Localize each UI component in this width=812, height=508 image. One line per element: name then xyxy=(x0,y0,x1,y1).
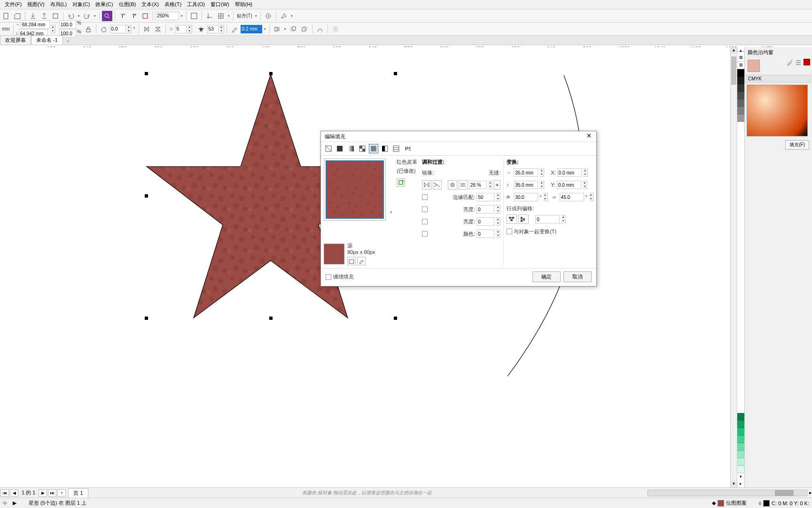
wrap-dropdown[interactable]: ▾ xyxy=(283,24,287,34)
tab-document[interactable]: 未命名 -1 xyxy=(31,35,63,45)
menu-layout[interactable]: 布局(L) xyxy=(47,0,70,9)
mirror-h-toggle[interactable] xyxy=(422,180,431,190)
transform-with-object-check[interactable] xyxy=(507,229,512,234)
offset-spinners[interactable]: ▲▼ xyxy=(561,215,566,223)
texture-dropdown-icon[interactable]: ▾ xyxy=(390,210,392,214)
sharpness-spinners[interactable]: ▲▼ xyxy=(219,25,224,33)
tile-height-field[interactable] xyxy=(514,181,538,189)
last-page-icon[interactable]: ⏭ xyxy=(48,489,56,497)
palette-swatch[interactable] xyxy=(737,421,745,428)
uniform-fill-tab[interactable] xyxy=(335,144,344,153)
palette-swatch[interactable] xyxy=(737,92,745,99)
rotate-icon[interactable] xyxy=(99,24,109,34)
first-page-icon[interactable]: ⏮ xyxy=(0,489,9,497)
new-tab-button[interactable]: + xyxy=(63,37,73,45)
wrap-text-icon[interactable] xyxy=(272,24,282,34)
luminance-spinners[interactable]: ▲▼ xyxy=(496,217,500,226)
texture-fill-tab[interactable] xyxy=(391,144,401,153)
tile-skew-field[interactable] xyxy=(560,193,584,201)
redo-history-dropdown[interactable]: ▾ xyxy=(93,11,97,21)
palette-swatch[interactable] xyxy=(737,458,745,466)
open-doc-icon[interactable] xyxy=(12,11,23,21)
zoom-dropdown[interactable]: ▾ xyxy=(180,11,184,21)
search-icon[interactable] xyxy=(102,11,112,21)
export-icon[interactable] xyxy=(39,11,49,21)
outline-pen-icon[interactable] xyxy=(229,24,240,34)
to-back-icon[interactable] xyxy=(299,24,310,34)
menu-text[interactable]: 文本(X) xyxy=(139,0,162,9)
winding-fill-check[interactable] xyxy=(326,274,331,280)
snap-dropdown[interactable]: ▾ xyxy=(254,11,258,21)
blend-pct-field[interactable] xyxy=(469,181,487,189)
texture-preview[interactable] xyxy=(326,160,384,219)
cancel-button[interactable]: 取消 xyxy=(563,271,592,282)
fill-button[interactable]: 填充(F) xyxy=(785,140,809,150)
publish-pdf-icon[interactable] xyxy=(50,11,61,21)
brightness-field[interactable] xyxy=(476,205,494,214)
offx-spinners[interactable]: ▲▼ xyxy=(583,168,588,177)
convert-curves-icon[interactable] xyxy=(315,24,325,34)
menu-view[interactable]: 视图(V) xyxy=(24,0,47,9)
to-front-icon[interactable] xyxy=(288,24,298,34)
handle-bl[interactable] xyxy=(145,317,148,320)
text-down-icon[interactable]: T xyxy=(129,11,139,21)
mirror-h-icon[interactable] xyxy=(141,24,152,34)
no-fill-tab[interactable] xyxy=(324,144,333,153)
outline-width-dropdown[interactable]: ▾ xyxy=(263,24,267,34)
guides-icon[interactable] xyxy=(204,11,215,21)
palette-swatch[interactable] xyxy=(737,77,745,84)
edge-match-field[interactable] xyxy=(476,193,494,201)
menu-tools[interactable]: 工具(O) xyxy=(184,0,208,9)
palette-swatch[interactable] xyxy=(737,428,745,436)
star-sharpness-field[interactable] xyxy=(207,25,219,33)
palette-swatch[interactable] xyxy=(737,107,745,114)
mirror-v-icon[interactable] xyxy=(153,24,163,34)
menu-help[interactable]: 帮助(H) xyxy=(232,0,255,9)
scroll-thumb[interactable] xyxy=(731,56,736,85)
color-model-select[interactable]: CMYK xyxy=(746,75,811,83)
handle-tc[interactable] xyxy=(269,72,273,75)
new-doc-icon[interactable] xyxy=(1,11,11,21)
tilew-spinners[interactable]: ▲▼ xyxy=(539,168,544,177)
current-outline-swatch[interactable] xyxy=(763,500,770,507)
add-page-icon[interactable]: + xyxy=(57,489,66,497)
vector-pattern-tab[interactable] xyxy=(358,144,367,153)
handle-br[interactable] xyxy=(394,317,397,320)
edge-spinners[interactable]: ▲▼ xyxy=(496,193,500,201)
full-screen-icon[interactable] xyxy=(189,11,199,21)
menu-window[interactable]: 窗口(W) xyxy=(208,0,232,9)
palette-right-scroll[interactable]: ▸ xyxy=(809,490,812,496)
fill-indicator-icon[interactable]: ◆ xyxy=(712,500,716,506)
sliders-icon[interactable] xyxy=(795,59,802,65)
color-check[interactable] xyxy=(422,231,428,237)
brightness-check[interactable] xyxy=(422,206,428,212)
palette-swatch[interactable] xyxy=(737,413,745,421)
col-offset-icon[interactable] xyxy=(518,214,529,224)
offset-y-field[interactable] xyxy=(557,181,581,189)
palette-swatch[interactable] xyxy=(737,114,745,122)
luminance-field[interactable] xyxy=(476,217,494,226)
brightness-spinners[interactable]: ▲▼ xyxy=(496,205,500,214)
menu-effect[interactable]: 效果(C) xyxy=(93,0,116,9)
handle-tl[interactable] xyxy=(145,72,148,75)
offset-x-field[interactable] xyxy=(557,168,582,177)
load-source-icon[interactable] xyxy=(347,257,356,265)
close-icon[interactable]: ✕ xyxy=(585,133,593,140)
tile-width-field[interactable] xyxy=(514,168,538,177)
pdf-icon[interactable] xyxy=(140,11,150,21)
edit-source-icon[interactable] xyxy=(357,257,366,265)
ok-button[interactable]: 确定 xyxy=(532,271,561,282)
zoom-level-field[interactable] xyxy=(156,12,179,20)
size-spinners[interactable]: ▲▼ xyxy=(51,25,55,33)
palette-swatch[interactable] xyxy=(737,451,745,458)
secondary-color-swatch[interactable] xyxy=(804,59,810,65)
palette-swatch[interactable] xyxy=(737,443,745,451)
menu-file[interactable]: 文件(F) xyxy=(2,0,24,9)
quick-customize-icon[interactable] xyxy=(330,24,341,34)
palette-swatch[interactable] xyxy=(737,69,745,77)
mirror-v-toggle[interactable] xyxy=(433,180,442,190)
radial-blend-icon[interactable] xyxy=(448,180,457,190)
snap-to-label[interactable]: 贴齐(T) xyxy=(237,13,252,19)
rot-spinners[interactable]: ▲▼ xyxy=(543,193,548,201)
tileh-spinners[interactable]: ▲▼ xyxy=(539,181,544,189)
